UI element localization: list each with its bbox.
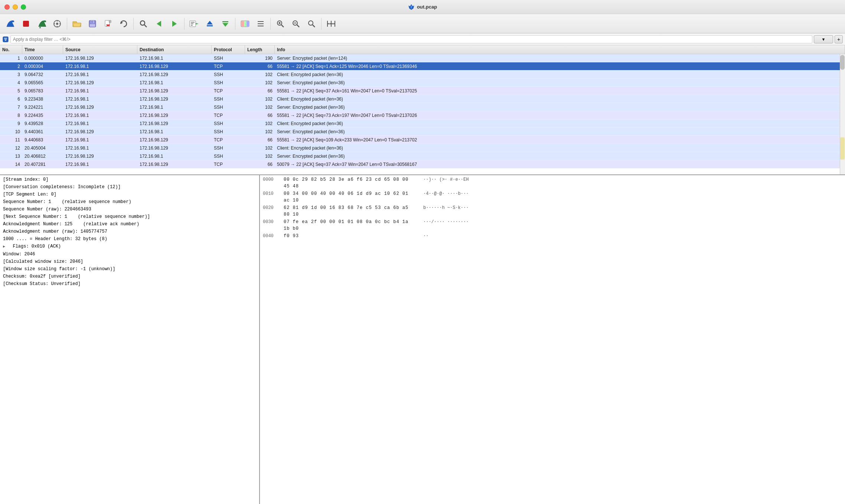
next-button[interactable] xyxy=(167,16,182,31)
svg-line-19 xyxy=(144,25,147,27)
table-cell: 8 xyxy=(0,113,22,118)
table-cell: 12 xyxy=(0,145,22,151)
stop-capture-button[interactable] xyxy=(19,16,33,31)
table-cell: 7 xyxy=(0,105,22,110)
filter-dropdown-button[interactable]: ▼ xyxy=(814,35,833,43)
table-cell: 9.064732 xyxy=(22,72,63,77)
table-cell: 172.16.98.1 xyxy=(63,72,137,77)
start-capture-button[interactable] xyxy=(3,16,18,31)
reload-button[interactable] xyxy=(116,16,131,31)
colorize-icon xyxy=(240,19,250,28)
table-cell: 55581 → 22 [ACK] Seq=1 Ack=125 Win=2046 … xyxy=(275,64,845,69)
hex-offset: 0040 xyxy=(263,233,278,239)
table-row[interactable]: 119.440683172.16.98.1172.16.98.129TCP665… xyxy=(0,136,845,144)
minimize-window-button[interactable] xyxy=(13,4,18,10)
zoom-in-button[interactable] xyxy=(273,16,288,31)
display-filter-input[interactable] xyxy=(10,35,812,43)
separator-6 xyxy=(321,18,322,30)
resize-columns-button[interactable] xyxy=(324,16,339,31)
header-source[interactable]: Source xyxy=(63,45,137,54)
columns-button[interactable] xyxy=(253,16,268,31)
table-cell: 172.16.98.1 xyxy=(137,129,212,134)
filter-add-button[interactable]: + xyxy=(835,35,843,43)
table-row[interactable]: 79.224221172.16.98.129172.16.98.1SSH102S… xyxy=(0,103,845,111)
table-row[interactable]: 49.065565172.16.98.129172.16.98.1SSH102S… xyxy=(0,79,845,87)
scroll-bottom-button[interactable] xyxy=(218,16,233,31)
table-row[interactable]: 109.440361172.16.98.129172.16.98.1SSH102… xyxy=(0,128,845,136)
table-cell: 1 xyxy=(0,56,22,61)
zoom-out-button[interactable] xyxy=(304,16,319,31)
svg-rect-11 xyxy=(91,21,93,23)
separator-4 xyxy=(235,18,235,30)
open-file-button[interactable] xyxy=(69,16,84,31)
prev-button[interactable] xyxy=(151,16,166,31)
table-row[interactable]: 10.000000172.16.98.129172.16.98.1SSH190S… xyxy=(0,54,845,62)
table-row[interactable]: 89.224435172.16.98.1172.16.98.129TCP6655… xyxy=(0,111,845,120)
table-row[interactable]: 20.000304172.16.98.1172.16.98.129TCP6655… xyxy=(0,62,845,71)
table-cell: 172.16.98.1 xyxy=(63,145,137,151)
table-cell: 55581 → 22 [ACK] Seq=73 Ack=197 Win=2047… xyxy=(275,113,845,118)
detail-line: [Checksum Status: Unverified] xyxy=(0,280,259,288)
table-cell: 66 xyxy=(245,137,275,143)
hex-offset: 0030 xyxy=(263,219,278,232)
table-cell: SSH xyxy=(212,121,245,126)
restart-capture-button[interactable] xyxy=(34,16,49,31)
table-cell: 9.224221 xyxy=(22,105,63,110)
header-destination[interactable]: Destination xyxy=(137,45,212,54)
table-cell: 55581 → 22 [ACK] Seq=109 Ack=233 Win=204… xyxy=(275,137,845,143)
close-file-button[interactable] xyxy=(101,16,115,31)
table-cell: SSH xyxy=(212,129,245,134)
maximize-window-button[interactable] xyxy=(21,4,26,10)
header-time[interactable]: Time xyxy=(22,45,63,54)
scroll-top-icon xyxy=(205,19,214,28)
window-controls[interactable] xyxy=(4,4,26,10)
svg-line-43 xyxy=(297,25,299,27)
hex-row: 001000 34 00 00 40 00 40 06 1d d9 ac 10 … xyxy=(260,190,845,204)
header-length[interactable]: Length xyxy=(245,45,275,54)
table-cell: Client: Encrypted packet (len=36) xyxy=(275,121,845,126)
svg-point-18 xyxy=(140,21,145,25)
table-row[interactable]: 1420.407281172.16.98.1172.16.98.129TCP66… xyxy=(0,160,845,168)
table-row[interactable]: 1320.406812172.16.98.129172.16.98.1SSH10… xyxy=(0,152,845,160)
close-window-button[interactable] xyxy=(4,4,10,10)
table-cell: 172.16.98.129 xyxy=(63,80,137,85)
table-row[interactable]: 59.065783172.16.98.1172.16.98.129TCP6655… xyxy=(0,87,845,95)
hex-ascii: ·· xyxy=(423,233,842,239)
goto-button[interactable] xyxy=(187,16,202,31)
packet-list-header: No. Time Source Destination Protocol Len… xyxy=(0,45,845,54)
table-cell: TCP xyxy=(212,64,245,69)
detail-line[interactable]: Flags: 0x010 (ACK) xyxy=(0,243,259,251)
svg-rect-30 xyxy=(222,21,228,22)
scroll-top-button[interactable] xyxy=(202,16,217,31)
table-cell: Server: Encrypted packet (len=36) xyxy=(275,129,845,134)
table-row[interactable]: 99.439528172.16.98.1172.16.98.129SSH102C… xyxy=(0,120,845,128)
packet-list: No. Time Source Destination Protocol Len… xyxy=(0,45,845,175)
options-button[interactable] xyxy=(50,16,65,31)
header-no[interactable]: No. xyxy=(0,45,22,54)
prev-arrow-icon xyxy=(154,19,163,28)
packet-list-scrollbar[interactable] xyxy=(840,54,845,174)
table-cell: 172.16.98.1 xyxy=(63,162,137,167)
table-cell: 172.16.98.129 xyxy=(137,72,212,77)
table-cell: 102 xyxy=(245,96,275,102)
table-cell: SSH xyxy=(212,154,245,159)
svg-line-39 xyxy=(281,25,284,27)
header-protocol[interactable]: Protocol xyxy=(212,45,245,54)
table-cell: 172.16.98.129 xyxy=(137,88,212,94)
table-row[interactable]: 1220.405004172.16.98.1172.16.98.129SSH10… xyxy=(0,144,845,152)
header-info[interactable]: Info xyxy=(275,45,845,54)
table-row[interactable]: 39.064732172.16.98.1172.16.98.129SSH102C… xyxy=(0,71,845,79)
hex-bytes: 00 34 00 00 40 00 40 06 1d d9 ac 10 62 0… xyxy=(284,190,417,204)
svg-point-3 xyxy=(56,23,58,25)
table-cell: 6 xyxy=(0,96,22,102)
zoom-reset-button[interactable] xyxy=(288,16,303,31)
colorize-button[interactable] xyxy=(238,16,252,31)
separator-1 xyxy=(67,18,67,30)
save-file-button[interactable] xyxy=(85,16,100,31)
detail-line: Sequence Number (raw): 2204663493 xyxy=(0,206,259,213)
scrollbar-thumb[interactable] xyxy=(840,55,845,70)
table-cell: 172.16.98.129 xyxy=(137,145,212,151)
table-cell: SSH xyxy=(212,56,245,61)
table-row[interactable]: 69.223438172.16.98.1172.16.98.129SSH102C… xyxy=(0,95,845,103)
find-button[interactable] xyxy=(136,16,151,31)
